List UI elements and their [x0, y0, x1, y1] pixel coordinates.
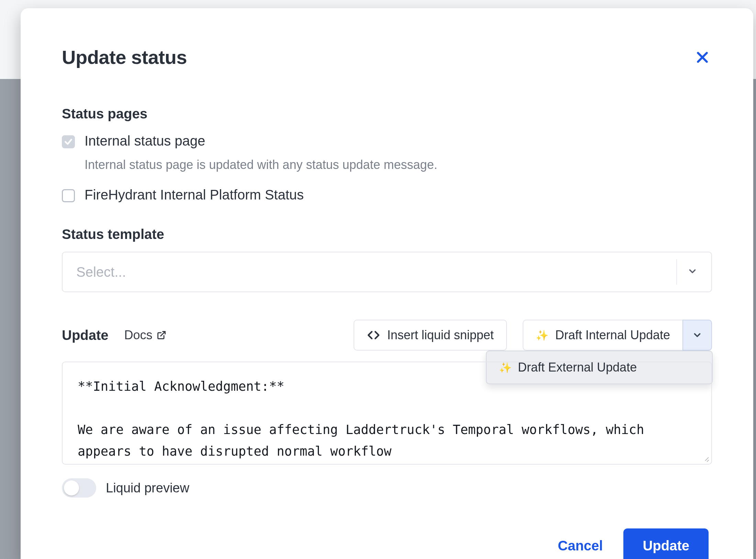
button-label: Update	[643, 538, 689, 554]
external-link-icon	[157, 330, 166, 340]
close-button[interactable]	[693, 48, 712, 67]
draft-update-split-button: ✨ Draft Internal Update ✨ Draft External…	[523, 320, 712, 351]
status-page-row-platform: FireHydrant Internal Platform Status	[62, 187, 712, 203]
update-header-row: Update Docs Insert liquid snippet ✨ Draf…	[62, 320, 712, 351]
checkbox-label: FireHydrant Internal Platform Status	[85, 187, 304, 203]
button-label: Insert liquid snippet	[387, 328, 494, 342]
update-label: Update	[62, 328, 109, 343]
resize-handle-icon[interactable]	[703, 456, 710, 463]
docs-label: Docs	[124, 328, 153, 342]
draft-internal-update-button[interactable]: ✨ Draft Internal Update	[523, 320, 682, 351]
checkbox-label: Internal status page	[85, 133, 205, 149]
toggle-label: Liquid preview	[106, 481, 189, 495]
draft-update-dropdown-toggle[interactable]	[682, 320, 712, 351]
svg-line-2	[160, 332, 165, 336]
status-template-label: Status template	[62, 227, 712, 242]
toggle-knob	[64, 480, 79, 495]
checkbox-firehydrant-platform[interactable]	[62, 189, 75, 202]
close-icon	[695, 50, 710, 65]
sparkle-icon: ✨	[536, 329, 548, 341]
chevron-down-icon	[687, 266, 698, 278]
checkbox-subtext: Internal status page is updated with any…	[85, 158, 712, 172]
textarea-content: **Initial Acknowledgment:** We are aware…	[78, 379, 652, 459]
select-divider	[676, 259, 677, 285]
status-template-select[interactable]: Select...	[62, 252, 712, 292]
checkbox-internal-status-page	[62, 135, 75, 148]
check-icon	[64, 137, 73, 146]
liquid-preview-toggle[interactable]	[62, 478, 96, 498]
modal-title: Update status	[62, 46, 187, 68]
docs-link[interactable]: Docs	[124, 328, 166, 342]
button-label: Draft Internal Update	[555, 328, 670, 342]
select-placeholder: Select...	[76, 264, 126, 280]
update-status-modal: Update status Status pages Internal stat…	[21, 8, 753, 559]
code-icon	[367, 328, 380, 342]
update-message-textarea[interactable]: **Initial Acknowledgment:** We are aware…	[62, 362, 712, 465]
chevron-down-icon	[692, 330, 702, 340]
modal-header: Update status	[62, 46, 712, 68]
status-pages-label: Status pages	[62, 106, 712, 122]
status-page-row-internal: Internal status page	[62, 133, 712, 149]
modal-footer: Cancel Update	[62, 528, 712, 559]
cancel-button[interactable]: Cancel	[558, 538, 603, 554]
liquid-preview-row: Liquid preview	[62, 478, 712, 498]
insert-liquid-snippet-button[interactable]: Insert liquid snippet	[354, 320, 507, 351]
update-button[interactable]: Update	[623, 528, 709, 559]
